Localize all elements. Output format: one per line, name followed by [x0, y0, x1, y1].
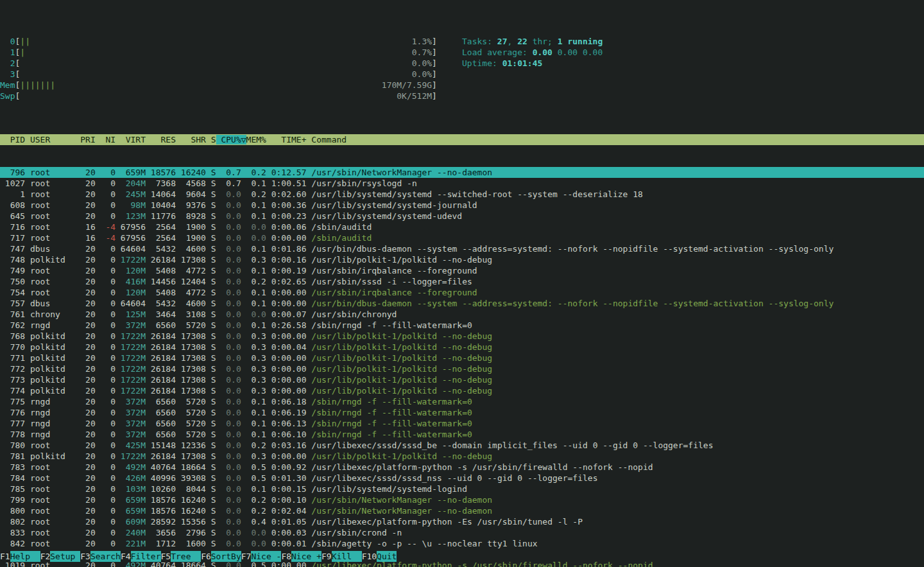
cell-s: S — [206, 462, 216, 472]
process-row-754[interactable]: 754 root 20 0 120M 5408 4772 S 0.0 0.1 0… — [0, 287, 924, 298]
process-row-772[interactable]: 772 polkitd 20 0 1722M 26184 17308 S 0.0… — [0, 363, 924, 374]
process-row-771[interactable]: 771 polkitd 20 0 1722M 26184 17308 S 0.0… — [0, 353, 924, 363]
cell-s: S — [206, 255, 216, 265]
cell-cpu: 0.0 — [216, 255, 241, 265]
column-header-s[interactable]: S — [206, 135, 216, 144]
mem-meter-bars: ||||||| — [20, 80, 55, 91]
cell-cpu: 0.0 — [216, 288, 241, 297]
cell-shr: 4568 — [176, 179, 206, 188]
process-row-645[interactable]: 645 root 20 0 123M 11776 8928 S 0.0 0.1 … — [0, 211, 924, 222]
process-row-785[interactable]: 785 root 20 0 103M 10260 8044 S 0.0 0.1 … — [0, 484, 924, 494]
column-header-ni[interactable]: NI — [96, 135, 116, 144]
cell-ni: 0 — [96, 331, 116, 341]
column-header-user[interactable]: USER — [25, 135, 75, 144]
process-row-842[interactable]: 842 root 20 0 221M 1712 1600 S 0.0 0.0 0… — [0, 538, 924, 549]
mem-meter-bar-area: |||||||170M/7.59G — [20, 80, 432, 91]
cell-ni: 0 — [96, 299, 116, 308]
process-row-833[interactable]: 833 root 20 0 240M 3656 2796 S 0.0 0.0 0… — [0, 527, 924, 538]
process-row-1027[interactable]: 1027 root 20 0 204M 7368 4568 S 0.7 0.1 … — [0, 178, 924, 189]
process-row-784[interactable]: 784 root 20 0 426M 40996 39308 S 0.0 0.5… — [0, 473, 924, 484]
cell-command: /usr/lib/polkit-1/polkitd --no-debug — [307, 386, 493, 396]
process-row-716[interactable]: 716 root 16 -4 67956 2564 1900 S 0.0 0.0… — [0, 222, 924, 232]
process-row-749[interactable]: 749 root 20 0 120M 5408 4772 S 0.0 0.1 0… — [0, 265, 924, 276]
cell-res: 18576 — [146, 168, 176, 177]
process-row-768[interactable]: 768 polkitd 20 0 1722M 26184 17308 S 0.0… — [0, 331, 924, 342]
f6-key-label: F6 — [201, 551, 211, 562]
process-row-717[interactable]: 717 root 16 -4 67956 2564 1900 S 0.0 0.0… — [0, 232, 924, 243]
cell-user: root — [25, 211, 75, 221]
process-row-748[interactable]: 748 polkitd 20 0 1722M 26184 17308 S 0.0… — [0, 254, 924, 265]
column-header-virt[interactable]: VIRT — [116, 135, 146, 144]
process-row-802[interactable]: 802 root 20 0 609M 28592 15356 S 0.0 0.4… — [0, 516, 924, 527]
fnkey-f7-nice[interactable]: F7Nice - — [241, 551, 282, 562]
process-row-762[interactable]: 762 rngd 20 0 372M 6560 5720 S 0.0 0.1 0… — [0, 320, 924, 331]
cell-time: 0:00.07 — [266, 310, 307, 319]
column-header-shr[interactable]: SHR — [176, 135, 206, 144]
process-row-608[interactable]: 608 root 20 0 98M 10404 9376 S 0.0 0.1 0… — [0, 200, 924, 211]
process-row-800[interactable]: 800 root 20 0 659M 18576 16240 S 0.0 0.2… — [0, 505, 924, 516]
cpu3-meter-close-bracket: ] — [432, 69, 437, 80]
cell-pid: 750 — [0, 277, 25, 286]
process-row-778[interactable]: 778 rngd 20 0 372M 6560 5720 S 0.0 0.1 0… — [0, 429, 924, 440]
column-header-pri[interactable]: PRI — [75, 135, 95, 144]
cell-shr: 4772 — [176, 266, 206, 275]
swp-meter-value: 0K/512M — [397, 91, 432, 101]
fnkey-f10-quit[interactable]: F10Quit — [362, 551, 397, 562]
cell-shr: 17308 — [176, 451, 206, 461]
process-row-773[interactable]: 773 polkitd 20 0 1722M 26184 17308 S 0.0… — [0, 374, 924, 385]
process-row-757[interactable]: 757 dbus 20 0 64604 5432 4600 S 0.0 0.1 … — [0, 298, 924, 309]
cell-pri: 20 — [75, 266, 95, 275]
process-row-799[interactable]: 799 root 20 0 659M 18576 16240 S 0.0 0.2… — [0, 494, 924, 505]
cell-user: polkitd — [25, 353, 75, 363]
f2-key-label: F2 — [40, 551, 51, 562]
fnkey-f1-help[interactable]: F1Help — [0, 551, 40, 562]
cell-ni: 0 — [96, 462, 116, 472]
fnkey-f8-nice[interactable]: F8Nice + — [281, 551, 321, 562]
process-row-750[interactable]: 750 root 20 0 416M 14456 12404 S 0.0 0.2… — [0, 276, 924, 287]
cell-cpu: 0.0 — [216, 277, 241, 286]
fnkey-f5-tree[interactable]: F5Tree — [161, 551, 201, 562]
process-row-780[interactable]: 780 root 20 0 425M 15148 12336 S 0.0 0.2… — [0, 440, 924, 451]
process-row-761[interactable]: 761 chrony 20 0 125M 3464 3108 S 0.0 0.0… — [0, 309, 924, 320]
cell-pri: 16 — [75, 222, 95, 232]
cell-time: 0:00.00 — [266, 364, 307, 374]
cell-pri: 20 — [75, 288, 95, 297]
cell-s: S — [206, 441, 216, 450]
cell-virt: 659M — [116, 506, 146, 516]
cell-pid: 799 — [0, 495, 25, 505]
process-row-1[interactable]: 1 root 20 0 245M 14064 9604 S 0.0 0.2 0:… — [0, 189, 924, 200]
column-header-command[interactable]: Command — [307, 135, 347, 144]
cell-cpu: 0.0 — [216, 364, 241, 374]
column-header-cpu[interactable]: CPU%▽ — [216, 135, 246, 144]
column-header-res[interactable]: RES — [146, 135, 176, 144]
cell-cpu: 0.0 — [216, 495, 241, 505]
process-row-777[interactable]: 777 rngd 20 0 372M 6560 5720 S 0.0 0.1 0… — [0, 418, 924, 429]
column-header-mem[interactable]: MEM% — [246, 135, 266, 144]
process-row-775[interactable]: 775 rngd 20 0 372M 6560 5720 S 0.0 0.1 0… — [0, 396, 924, 407]
cell-pri: 20 — [75, 342, 95, 352]
cell-ni: 0 — [96, 419, 116, 428]
column-header-time[interactable]: TIME+ — [266, 135, 307, 144]
process-row-776[interactable]: 776 rngd 20 0 372M 6560 5720 S 0.0 0.1 0… — [0, 407, 924, 418]
fnkey-f2-setup[interactable]: F2Setup — [40, 551, 81, 562]
load-average-line: Load average: 0.00 0.00 0.00 — [462, 47, 603, 58]
process-row-774[interactable]: 774 polkitd 20 0 1722M 26184 17308 S 0.0… — [0, 385, 924, 396]
fnkey-f3-search[interactable]: F3Search — [80, 551, 121, 562]
process-row-781[interactable]: 781 polkitd 20 0 1722M 26184 17308 S 0.0… — [0, 451, 924, 462]
process-row-770[interactable]: 770 polkitd 20 0 1722M 26184 17308 S 0.0… — [0, 342, 924, 353]
process-row-796[interactable]: 796 root 20 0 659M 18576 16240 S 0.7 0.2… — [0, 167, 924, 178]
cell-ni: 0 — [96, 506, 116, 516]
process-table-header: PID USER PRI NI VIRT RES SHR S CPU%▽MEM%… — [0, 134, 924, 145]
f9-key-label: F9 — [321, 551, 332, 562]
htop-terminal: 0[||1.3%] 1[|0.7%] 2[0.0%] 3[0.0%]Mem[||… — [0, 0, 924, 567]
process-row-783[interactable]: 783 root 20 0 492M 40764 18664 S 0.0 0.5… — [0, 462, 924, 473]
mem-meter: Mem[|||||||170M/7.59G] — [0, 80, 437, 91]
cell-s: S — [206, 528, 216, 537]
column-header-pid[interactable]: PID — [0, 135, 25, 144]
fnkey-f6-sortby[interactable]: F6SortBy — [201, 551, 241, 562]
cell-shr: 12336 — [176, 441, 206, 450]
process-row-747[interactable]: 747 dbus 20 0 64604 5432 4600 S 0.0 0.1 … — [0, 243, 924, 254]
cell-shr: 1900 — [176, 233, 206, 243]
fnkey-f4-filter[interactable]: F4Filter — [121, 551, 161, 562]
fnkey-f9-kill[interactable]: F9Kill — [321, 551, 362, 562]
